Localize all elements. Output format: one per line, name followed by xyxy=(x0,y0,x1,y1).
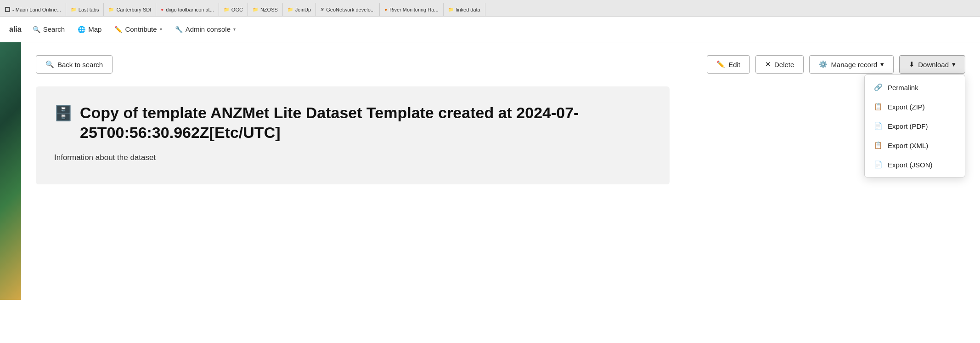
record-title-text: Copy of template ANZMet Lite Dataset Tem… xyxy=(80,103,651,142)
search-back-icon: 🔍 xyxy=(45,60,54,69)
dropdown-item-export-json[interactable]: 📄 Export (JSON) xyxy=(865,155,965,174)
delete-label: Delete xyxy=(774,61,794,69)
dropdown-export-zip-label: Export (ZIP) xyxy=(888,103,925,111)
dropdown-permalink-label: Permalink xyxy=(888,84,918,91)
sidebar-map-strip xyxy=(0,42,21,300)
dropdown-item-export-xml[interactable]: 📋 Export (XML) xyxy=(865,136,965,155)
record-card: 🗄️ Copy of template ANZMet Lite Dataset … xyxy=(36,86,670,184)
contribute-chevron-icon: ▾ xyxy=(160,27,162,32)
nav-map[interactable]: 🌐 Map xyxy=(71,22,108,37)
map-icon: 🌐 xyxy=(78,26,85,33)
tab-icon-canterbury: 📁 xyxy=(108,7,114,12)
dropdown-export-xml-label: Export (XML) xyxy=(888,142,928,149)
edit-icon: ✏️ xyxy=(716,60,725,69)
tab-label-river: River Monitoring Ha... xyxy=(389,7,438,12)
manage-record-button[interactable]: ⚙️ Manage record ▾ xyxy=(809,55,894,74)
nav-contribute-label: Contribute xyxy=(125,25,157,33)
tab-icon-diigo: ● xyxy=(161,7,163,12)
dropdown-item-permalink[interactable]: 🔗 Permalink xyxy=(865,78,965,97)
nav-admin[interactable]: 🔧 Admin console ▾ xyxy=(169,22,242,37)
back-to-search-label: Back to search xyxy=(57,61,103,69)
xml-icon: 📋 xyxy=(874,141,882,149)
browser-tab-joinup[interactable]: 📁 JoinUp xyxy=(283,3,316,17)
tab-icon-river: ● xyxy=(384,7,387,12)
browser-tab-last-tabs[interactable]: 📁 Last tabs xyxy=(66,3,104,17)
search-icon: 🔍 xyxy=(33,26,40,33)
delete-icon: ✕ xyxy=(765,60,771,69)
nav-map-label: Map xyxy=(88,25,101,33)
nav-contribute[interactable]: ✏️ Contribute ▾ xyxy=(108,22,168,37)
content-area: 🔍 Back to search ✏️ Edit ✕ Delete ⚙️ Man… xyxy=(21,42,980,300)
toolbar: 🔍 Back to search ✏️ Edit ✕ Delete ⚙️ Man… xyxy=(36,55,965,74)
tab-label-maori: - Māori Land Online... xyxy=(12,7,61,12)
tab-icon-ogc: 📁 xyxy=(224,7,229,12)
tab-label-last-tabs: Last tabs xyxy=(79,7,99,12)
record-description: Information about the dataset xyxy=(54,153,651,162)
tab-icon-joinup: 📁 xyxy=(287,7,293,12)
manage-chevron-icon: ▾ xyxy=(880,60,884,69)
dropdown-item-export-zip[interactable]: 📋 Export (ZIP) xyxy=(865,97,965,116)
browser-tab-canterbury[interactable]: 📁 Canterbury SDI xyxy=(104,3,156,17)
navbar: alia 🔍 Search 🌐 Map ✏️ Contribute ▾ 🔧 Ad… xyxy=(0,17,980,42)
download-icon: ⬇ xyxy=(909,60,915,69)
tab-icon-nzoss: 📁 xyxy=(253,7,258,12)
tab-label-joinup: JoinUp xyxy=(295,7,311,12)
tab-label-linked: linked data xyxy=(456,7,480,12)
browser-tab-ogc[interactable]: 📁 OGC xyxy=(219,3,248,17)
record-title: 🗄️ Copy of template ANZMet Lite Dataset … xyxy=(54,103,651,142)
main-area: 🔍 Back to search ✏️ Edit ✕ Delete ⚙️ Man… xyxy=(0,42,980,300)
database-icon: 🗄️ xyxy=(54,104,73,122)
delete-button[interactable]: ✕ Delete xyxy=(755,55,804,74)
link-icon: 🔗 xyxy=(874,83,882,91)
edit-label: Edit xyxy=(728,61,740,69)
browser-tab-river[interactable]: ● River Monitoring Ha... xyxy=(380,3,443,17)
download-button[interactable]: ⬇ Download ▾ xyxy=(899,55,965,74)
nav-search[interactable]: 🔍 Search xyxy=(26,22,72,37)
admin-chevron-icon: ▾ xyxy=(233,27,236,32)
pencil-icon: ✏️ xyxy=(114,26,122,33)
edit-button[interactable]: ✏️ Edit xyxy=(707,55,750,74)
manage-icon: ⚙️ xyxy=(819,60,828,69)
download-chevron-icon: ▾ xyxy=(952,60,956,69)
dropdown-export-pdf-label: Export (PDF) xyxy=(888,122,928,130)
dropdown-export-json-label: Export (JSON) xyxy=(888,161,933,169)
download-label: Download xyxy=(918,61,949,69)
browser-tab-nzoss[interactable]: 📁 NZOSS xyxy=(248,3,283,17)
wrench-icon: 🔧 xyxy=(175,26,183,33)
browser-tab-maori[interactable]: 🔲 - Māori Land Online... xyxy=(0,3,66,17)
tab-label-diigo: diigo toolbar icon at... xyxy=(166,7,214,12)
tab-icon-last-tabs: 📁 xyxy=(71,7,76,12)
nav-search-label: Search xyxy=(43,25,65,33)
zip-icon: 📋 xyxy=(874,103,882,111)
download-dropdown: 🔗 Permalink 📋 Export (ZIP) 📄 Export (PDF… xyxy=(864,74,965,177)
tab-label-geonetwork: GeoNetwork develo... xyxy=(326,7,375,12)
nav-brand: alia xyxy=(9,25,22,34)
browser-tabs: 🔲 - Māori Land Online... 📁 Last tabs 📁 C… xyxy=(0,0,980,17)
browser-tab-diigo[interactable]: ● diigo toolbar icon at... xyxy=(156,3,219,17)
tab-label-ogc: OGC xyxy=(231,7,243,12)
tab-icon-geonetwork: N xyxy=(321,7,324,12)
json-icon: 📄 xyxy=(874,160,882,169)
manage-label: Manage record xyxy=(831,61,877,69)
nav-admin-label: Admin console xyxy=(186,25,231,33)
back-to-search-button[interactable]: 🔍 Back to search xyxy=(36,55,113,74)
tab-icon-linked: 📁 xyxy=(448,7,454,12)
pdf-icon: 📄 xyxy=(874,122,882,130)
tab-icon-maori: 🔲 xyxy=(5,7,10,12)
dropdown-item-export-pdf[interactable]: 📄 Export (PDF) xyxy=(865,116,965,136)
browser-tab-geonetwork[interactable]: N GeoNetwork develo... xyxy=(316,3,380,17)
tab-label-canterbury: Canterbury SDI xyxy=(116,7,151,12)
tab-label-nzoss: NZOSS xyxy=(260,7,278,12)
browser-tab-linked[interactable]: 📁 linked data xyxy=(444,3,485,17)
